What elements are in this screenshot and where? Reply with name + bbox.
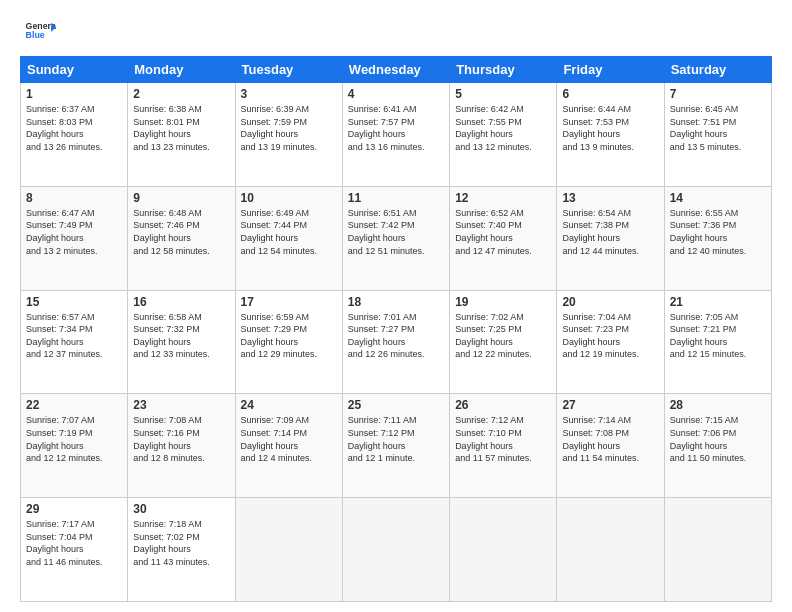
col-saturday: Saturday <box>664 57 771 83</box>
day-info: Sunrise: 6:41 AMSunset: 7:57 PMDaylight … <box>348 103 444 153</box>
table-row: 22Sunrise: 7:07 AMSunset: 7:19 PMDayligh… <box>21 394 128 498</box>
table-row: 26Sunrise: 7:12 AMSunset: 7:10 PMDayligh… <box>450 394 557 498</box>
day-number: 6 <box>562 87 658 101</box>
table-row: 2Sunrise: 6:38 AMSunset: 8:01 PMDaylight… <box>128 83 235 187</box>
day-info: Sunrise: 7:15 AMSunset: 7:06 PMDaylight … <box>670 414 766 464</box>
svg-text:Blue: Blue <box>26 30 45 40</box>
table-row: 17Sunrise: 6:59 AMSunset: 7:29 PMDayligh… <box>235 290 342 394</box>
day-number: 13 <box>562 191 658 205</box>
day-number: 28 <box>670 398 766 412</box>
logo: General Blue <box>20 16 56 48</box>
calendar-header-row: Sunday Monday Tuesday Wednesday Thursday… <box>21 57 772 83</box>
day-info: Sunrise: 7:09 AMSunset: 7:14 PMDaylight … <box>241 414 337 464</box>
day-number: 5 <box>455 87 551 101</box>
day-number: 1 <box>26 87 122 101</box>
day-info: Sunrise: 6:52 AMSunset: 7:40 PMDaylight … <box>455 207 551 257</box>
header: General Blue <box>20 16 772 48</box>
day-info: Sunrise: 7:14 AMSunset: 7:08 PMDaylight … <box>562 414 658 464</box>
day-info: Sunrise: 6:49 AMSunset: 7:44 PMDaylight … <box>241 207 337 257</box>
table-row: 9Sunrise: 6:48 AMSunset: 7:46 PMDaylight… <box>128 186 235 290</box>
table-row <box>664 498 771 602</box>
day-info: Sunrise: 6:38 AMSunset: 8:01 PMDaylight … <box>133 103 229 153</box>
table-row <box>235 498 342 602</box>
table-row: 8Sunrise: 6:47 AMSunset: 7:49 PMDaylight… <box>21 186 128 290</box>
table-row: 20Sunrise: 7:04 AMSunset: 7:23 PMDayligh… <box>557 290 664 394</box>
day-number: 19 <box>455 295 551 309</box>
day-number: 14 <box>670 191 766 205</box>
table-row: 13Sunrise: 6:54 AMSunset: 7:38 PMDayligh… <box>557 186 664 290</box>
calendar-table: Sunday Monday Tuesday Wednesday Thursday… <box>20 56 772 602</box>
day-info: Sunrise: 7:01 AMSunset: 7:27 PMDaylight … <box>348 311 444 361</box>
table-row: 14Sunrise: 6:55 AMSunset: 7:36 PMDayligh… <box>664 186 771 290</box>
table-row: 11Sunrise: 6:51 AMSunset: 7:42 PMDayligh… <box>342 186 449 290</box>
day-info: Sunrise: 7:11 AMSunset: 7:12 PMDaylight … <box>348 414 444 464</box>
day-number: 2 <box>133 87 229 101</box>
col-monday: Monday <box>128 57 235 83</box>
col-friday: Friday <box>557 57 664 83</box>
table-row: 29Sunrise: 7:17 AMSunset: 7:04 PMDayligh… <box>21 498 128 602</box>
table-row: 7Sunrise: 6:45 AMSunset: 7:51 PMDaylight… <box>664 83 771 187</box>
day-info: Sunrise: 6:44 AMSunset: 7:53 PMDaylight … <box>562 103 658 153</box>
day-number: 22 <box>26 398 122 412</box>
day-info: Sunrise: 6:48 AMSunset: 7:46 PMDaylight … <box>133 207 229 257</box>
day-number: 17 <box>241 295 337 309</box>
table-row: 1Sunrise: 6:37 AMSunset: 8:03 PMDaylight… <box>21 83 128 187</box>
table-row: 12Sunrise: 6:52 AMSunset: 7:40 PMDayligh… <box>450 186 557 290</box>
table-row: 15Sunrise: 6:57 AMSunset: 7:34 PMDayligh… <box>21 290 128 394</box>
day-number: 4 <box>348 87 444 101</box>
day-number: 12 <box>455 191 551 205</box>
calendar-week-row: 8Sunrise: 6:47 AMSunset: 7:49 PMDaylight… <box>21 186 772 290</box>
day-info: Sunrise: 6:42 AMSunset: 7:55 PMDaylight … <box>455 103 551 153</box>
table-row: 23Sunrise: 7:08 AMSunset: 7:16 PMDayligh… <box>128 394 235 498</box>
table-row: 21Sunrise: 7:05 AMSunset: 7:21 PMDayligh… <box>664 290 771 394</box>
table-row: 30Sunrise: 7:18 AMSunset: 7:02 PMDayligh… <box>128 498 235 602</box>
day-info: Sunrise: 7:12 AMSunset: 7:10 PMDaylight … <box>455 414 551 464</box>
day-info: Sunrise: 7:18 AMSunset: 7:02 PMDaylight … <box>133 518 229 568</box>
day-info: Sunrise: 7:02 AMSunset: 7:25 PMDaylight … <box>455 311 551 361</box>
day-number: 27 <box>562 398 658 412</box>
table-row <box>557 498 664 602</box>
day-number: 16 <box>133 295 229 309</box>
day-info: Sunrise: 6:39 AMSunset: 7:59 PMDaylight … <box>241 103 337 153</box>
day-info: Sunrise: 6:55 AMSunset: 7:36 PMDaylight … <box>670 207 766 257</box>
table-row: 27Sunrise: 7:14 AMSunset: 7:08 PMDayligh… <box>557 394 664 498</box>
day-info: Sunrise: 7:17 AMSunset: 7:04 PMDaylight … <box>26 518 122 568</box>
page: General Blue Sunday Monday Tuesday Wedne… <box>0 0 792 612</box>
day-info: Sunrise: 6:37 AMSunset: 8:03 PMDaylight … <box>26 103 122 153</box>
table-row: 3Sunrise: 6:39 AMSunset: 7:59 PMDaylight… <box>235 83 342 187</box>
day-info: Sunrise: 6:45 AMSunset: 7:51 PMDaylight … <box>670 103 766 153</box>
day-number: 21 <box>670 295 766 309</box>
day-number: 7 <box>670 87 766 101</box>
table-row: 24Sunrise: 7:09 AMSunset: 7:14 PMDayligh… <box>235 394 342 498</box>
col-thursday: Thursday <box>450 57 557 83</box>
day-number: 26 <box>455 398 551 412</box>
logo-icon: General Blue <box>24 16 56 48</box>
day-info: Sunrise: 6:58 AMSunset: 7:32 PMDaylight … <box>133 311 229 361</box>
day-info: Sunrise: 7:04 AMSunset: 7:23 PMDaylight … <box>562 311 658 361</box>
day-number: 25 <box>348 398 444 412</box>
day-info: Sunrise: 6:54 AMSunset: 7:38 PMDaylight … <box>562 207 658 257</box>
col-wednesday: Wednesday <box>342 57 449 83</box>
table-row <box>342 498 449 602</box>
day-info: Sunrise: 6:57 AMSunset: 7:34 PMDaylight … <box>26 311 122 361</box>
day-number: 23 <box>133 398 229 412</box>
table-row: 16Sunrise: 6:58 AMSunset: 7:32 PMDayligh… <box>128 290 235 394</box>
table-row: 10Sunrise: 6:49 AMSunset: 7:44 PMDayligh… <box>235 186 342 290</box>
day-number: 3 <box>241 87 337 101</box>
day-number: 8 <box>26 191 122 205</box>
day-info: Sunrise: 6:47 AMSunset: 7:49 PMDaylight … <box>26 207 122 257</box>
table-row <box>450 498 557 602</box>
day-number: 24 <box>241 398 337 412</box>
calendar-week-row: 15Sunrise: 6:57 AMSunset: 7:34 PMDayligh… <box>21 290 772 394</box>
table-row: 18Sunrise: 7:01 AMSunset: 7:27 PMDayligh… <box>342 290 449 394</box>
day-number: 15 <box>26 295 122 309</box>
col-tuesday: Tuesday <box>235 57 342 83</box>
day-number: 9 <box>133 191 229 205</box>
calendar-week-row: 22Sunrise: 7:07 AMSunset: 7:19 PMDayligh… <box>21 394 772 498</box>
day-info: Sunrise: 7:08 AMSunset: 7:16 PMDaylight … <box>133 414 229 464</box>
table-row: 4Sunrise: 6:41 AMSunset: 7:57 PMDaylight… <box>342 83 449 187</box>
table-row: 5Sunrise: 6:42 AMSunset: 7:55 PMDaylight… <box>450 83 557 187</box>
day-info: Sunrise: 7:07 AMSunset: 7:19 PMDaylight … <box>26 414 122 464</box>
table-row: 6Sunrise: 6:44 AMSunset: 7:53 PMDaylight… <box>557 83 664 187</box>
day-number: 20 <box>562 295 658 309</box>
